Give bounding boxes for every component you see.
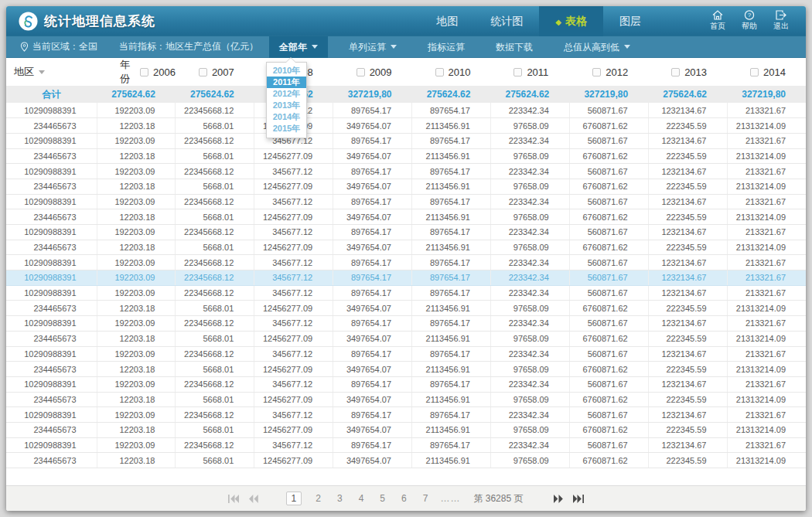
table-row[interactable]: 10290988391192203.0922345668.12345677.12… [6,164,806,179]
indicator-op-button[interactable]: 指标运算 [418,36,475,58]
year-checkbox-2009[interactable] [357,68,365,77]
region-column-header[interactable]: 地区 [6,58,97,86]
single-column-op-button[interactable]: 单列运算 [339,36,407,58]
table-row[interactable]: 23446567312203.185668.0112456277.0934976… [6,331,806,346]
year-checkbox-2011[interactable] [513,68,522,77]
value-cell: 97658.09 [490,118,569,134]
page-number-3[interactable]: 3 [335,493,345,504]
table-row[interactable]: 23446567312203.185668.0112456277.0934976… [6,148,806,164]
table-row[interactable]: 23446567312203.185668.0112456277.0934976… [6,179,806,194]
value-cell: 12203.18 [97,209,176,225]
value-cell: 5668.01 [176,392,254,407]
page-number-1[interactable]: 1 [286,491,302,505]
value-cell: 2113456.91 [412,362,491,377]
sort-order-button[interactable]: 总值从高到低 [554,36,640,58]
region-cell: 234465673 [6,453,97,468]
page-number-2[interactable]: 2 [313,493,323,504]
total-value-cell: 327219,80 [727,86,806,103]
year-option-2011年[interactable]: 2011年 [267,77,306,88]
year-checkbox-2006[interactable] [140,68,148,77]
table-row[interactable]: 10290988391192203.0922345668.12345677.12… [6,133,806,148]
page-number-5[interactable]: 5 [377,493,387,504]
year-header-label: 2013 [684,66,707,78]
value-cell: 6760871.62 [569,301,648,316]
value-cell: 5668.01 [176,453,254,468]
value-cell: 213321.67 [727,346,806,362]
table-row[interactable]: 10290988391192203.0922345668.12345677.12… [6,407,806,423]
table-row[interactable]: 10290988391192203.0922345668.12345677.12… [6,316,806,332]
year-option-2014年[interactable]: 2014年 [267,111,306,123]
value-cell: 97658.09 [490,179,569,194]
value-cell: 2113456.91 [412,331,491,346]
value-cell: 897654.17 [412,346,491,362]
nav-tab-map[interactable]: 地图 [420,6,474,36]
value-cell: 897654.17 [333,103,412,118]
data-table: 地区 年份20062007200820092010201120122013201… [6,58,806,468]
table-row[interactable]: 10290988391192203.0922345668.12345677.12… [6,376,806,392]
page-number-6[interactable]: 6 [399,493,409,504]
year-column-header-2012: 2012 [569,58,648,86]
year-checkbox-2010[interactable] [435,68,444,77]
table-row[interactable]: 23446567312203.185668.0112456277.0934976… [6,118,806,134]
table-row-selected[interactable]: 10290988391192203.0922345668.12345677.12… [6,270,806,286]
value-cell: 21313214.09 [727,179,806,194]
year-option-2010年[interactable]: 2010年 [267,65,306,77]
value-cell: 6760871.62 [569,422,648,437]
value-cell: 97658.09 [490,209,569,225]
help-button[interactable]: ? 帮助 [737,10,762,32]
table-row[interactable]: 10290988391192203.0922345668.12345677.12… [6,255,806,270]
value-cell: 560871.67 [569,437,648,453]
toolbar: 当前区域：全国 当前指标：地区生产总值（亿元） 全部年 单列运算 指标运算 数据… [6,36,806,58]
value-cell: 97658.09 [490,148,569,164]
value-cell: 22345668.12 [176,255,254,270]
value-cell: 5668.01 [176,240,254,255]
year-checkbox-2007[interactable] [199,68,207,77]
year-checkbox-2013[interactable] [671,68,680,77]
last-page-button[interactable] [573,495,584,503]
year-checkbox-2014[interactable] [750,68,759,77]
nav-tab-layers[interactable]: 图层 [603,6,657,36]
value-cell: 192203.09 [97,407,176,423]
year-filter-button[interactable]: 全部年 [269,36,328,58]
next-page-button[interactable] [554,495,563,503]
value-cell: 192203.09 [97,376,176,392]
table-row[interactable]: 23446567312203.185668.0112456277.0934976… [6,362,806,377]
table-row[interactable]: 23446567312203.185668.0112456277.0934976… [6,453,806,468]
table-row[interactable]: 10290988391192203.0922345668.12345677.12… [6,285,806,301]
active-tab-diamond-icon: ◆ [555,18,561,26]
first-page-button[interactable] [228,495,239,503]
value-cell: 21313214.09 [727,148,806,164]
value-cell: 22345668.12 [176,164,254,179]
year-option-2012年[interactable]: 2012年 [267,88,306,100]
region-cell: 10290988391 [6,437,97,453]
table-row[interactable]: 23446567312203.185668.0112456277.0934976… [6,209,806,225]
year-checkbox-2012[interactable] [592,68,601,77]
value-cell: 897654.17 [333,270,412,286]
logout-button[interactable]: 退出 [769,10,793,32]
table-row[interactable]: 10290988391192203.0922345668.12345677.12… [6,194,806,209]
value-cell: 3497654.07 [333,453,412,468]
table-row[interactable]: 10290988391192203.0922345668.12345677.12… [6,225,806,240]
table-row[interactable]: 23446567312203.185668.0112456277.0934976… [6,422,806,437]
value-cell: 192203.09 [97,255,176,270]
table-row[interactable]: 23446567312203.185668.0112456277.0934976… [6,392,806,407]
page-number-7[interactable]: 7 [421,493,431,504]
table-row[interactable]: 23446567312203.185668.0112456277.0934976… [6,301,806,316]
nav-tab-chart[interactable]: 统计图 [474,6,539,36]
table-row[interactable]: 10290988391192203.0922345668.12345677.12… [6,437,806,453]
table-row[interactable]: 10290988391192203.0922345668.12345677.12… [6,346,806,362]
page-number-4[interactable]: 4 [357,493,367,504]
region-cell: 234465673 [6,331,97,346]
table-row[interactable]: 10290988391192203.0922345668.12345677.12… [6,103,806,118]
year-option-2013年[interactable]: 2013年 [267,100,306,111]
prev-page-button[interactable] [249,495,258,503]
value-cell: 3497654.07 [333,362,412,377]
total-value-cell: 275624.62 [97,86,176,103]
nav-tab-table[interactable]: ◆表格 [539,6,603,36]
year-option-2015年[interactable]: 2015年 [267,123,306,134]
value-cell: 223342.34 [490,225,569,240]
home-button[interactable]: 首页 [705,10,730,32]
app-window: 统计地理信息系统 地图 统计图 ◆表格 图层 首页 ? 帮助 退出 [6,6,806,511]
data-download-button[interactable]: 数据下载 [486,36,543,58]
table-row[interactable]: 23446567312203.185668.0112456277.0934976… [6,240,806,255]
